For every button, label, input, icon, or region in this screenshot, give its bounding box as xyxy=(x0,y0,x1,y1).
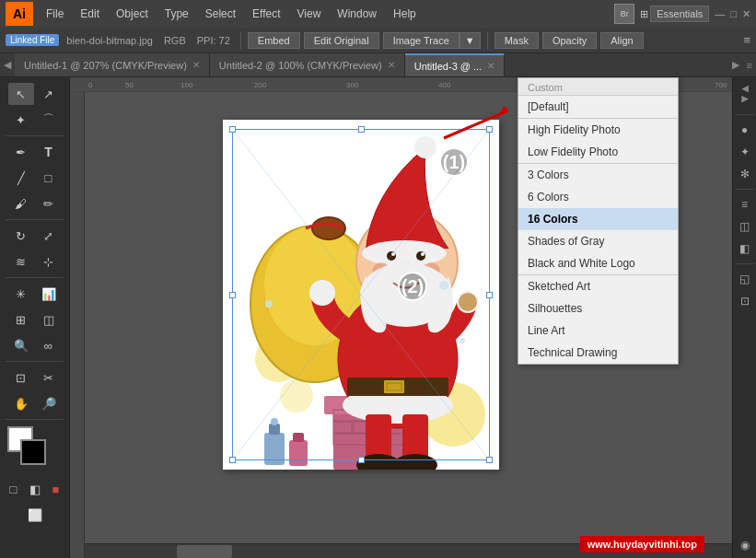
menu-select[interactable]: Select xyxy=(198,4,243,24)
rect-tool[interactable]: □ xyxy=(36,167,62,189)
gradient-tool[interactable]: ◫ xyxy=(36,308,62,331)
draw-behind-icon[interactable]: ◧ xyxy=(25,478,44,500)
right-panel-sep2 xyxy=(736,189,754,190)
panel-brushes[interactable]: ✦ xyxy=(736,143,754,161)
scrollbar-h-thumb[interactable] xyxy=(177,545,232,558)
menu-effect[interactable]: Effect xyxy=(245,4,287,24)
tab1-close[interactable]: ✕ xyxy=(192,60,200,70)
column-graph-tool[interactable]: 📊 xyxy=(36,283,62,305)
image-trace-dropdown-arrow[interactable]: ▼ xyxy=(459,32,481,49)
magic-wand-tool[interactable]: ✦ xyxy=(8,109,34,131)
dropdown-item-low-fidelity[interactable]: Low Fidelity Photo xyxy=(518,141,678,163)
handle-mr[interactable] xyxy=(486,292,493,298)
tool-row-7: ≋ ⊹ xyxy=(0,249,69,274)
direct-selection-tool[interactable]: ↗ xyxy=(36,83,62,105)
minimize-btn[interactable]: — xyxy=(715,8,725,19)
menu-file[interactable]: File xyxy=(39,4,71,24)
panel-toggle-icon[interactable]: ≡ xyxy=(743,33,750,47)
image-trace-button[interactable]: Image Trace xyxy=(383,32,459,49)
line-tool[interactable]: ╱ xyxy=(8,167,34,189)
panel-gradient[interactable]: ◫ xyxy=(736,217,754,236)
free-transform-tool[interactable]: ⊹ xyxy=(36,250,62,273)
mesh-tool[interactable]: ⊞ xyxy=(8,308,34,331)
eyedropper-tool[interactable]: 🔍 xyxy=(8,334,34,356)
panel-stroke[interactable]: ≡ xyxy=(736,195,754,214)
dropdown-item-sketched[interactable]: Sketched Art xyxy=(518,275,678,297)
panel-swatch[interactable]: ● xyxy=(736,121,754,139)
hand-tool[interactable]: ✋ xyxy=(8,392,34,414)
embed-button[interactable]: Embed xyxy=(248,32,300,49)
handle-bm[interactable] xyxy=(358,457,365,463)
zoom-tool[interactable]: 🔎 xyxy=(36,392,62,414)
menu-help[interactable]: Help xyxy=(386,4,424,24)
menu-window[interactable]: Window xyxy=(330,4,384,24)
dropdown-item-6colors[interactable]: 6 Colors xyxy=(518,186,678,208)
draw-normal-icon[interactable]: □ xyxy=(4,478,23,500)
panel-color-theme[interactable]: ◉ xyxy=(736,536,754,554)
handle-bl[interactable] xyxy=(229,457,236,463)
svg-marker-63 xyxy=(497,106,508,118)
panel-symbols[interactable]: ✻ xyxy=(736,165,754,183)
dropdown-item-16colors[interactable]: 16 Colors xyxy=(518,208,678,230)
menu-edit[interactable]: Edit xyxy=(73,4,107,24)
text-tool[interactable]: T xyxy=(36,141,62,163)
change-screen-mode[interactable]: ⬜ xyxy=(22,504,48,526)
panel-layers[interactable]: ◱ xyxy=(736,270,754,288)
dropdown-item-lineart[interactable]: Line Art xyxy=(518,320,678,342)
stroke-color[interactable] xyxy=(20,439,46,465)
svg-text:700: 700 xyxy=(715,81,727,89)
annotation-2: (2) xyxy=(398,272,427,301)
artboard-tool[interactable]: ⊡ xyxy=(8,366,34,389)
dropdown-item-high-fidelity[interactable]: High Fidelity Photo xyxy=(518,119,678,141)
edit-original-button[interactable]: Edit Original xyxy=(304,32,379,49)
opacity-button[interactable]: Opacity xyxy=(542,32,597,49)
right-panel-sep3 xyxy=(736,263,754,264)
dropdown-item-bw-logo[interactable]: Black and White Logo xyxy=(518,252,678,274)
pen-tool[interactable]: ✒ xyxy=(8,141,34,163)
panel-collapse-right[interactable]: ◀▶ xyxy=(739,81,750,109)
maximize-btn[interactable]: □ xyxy=(730,8,737,19)
scale-tool[interactable]: ⤢ xyxy=(36,225,62,247)
dropdown-item-default[interactable]: [Default] xyxy=(518,96,678,118)
panels-toggle[interactable]: ≡ xyxy=(743,53,756,76)
menu-object[interactable]: Object xyxy=(109,4,156,24)
tab2-close[interactable]: ✕ xyxy=(388,60,395,70)
blend-tool[interactable]: ∞ xyxy=(36,334,62,356)
menu-view[interactable]: View xyxy=(290,4,329,24)
tab3-close[interactable]: ✕ xyxy=(487,61,494,71)
tab-untitled3[interactable]: Untitled-3 @ ... ✕ xyxy=(405,53,506,76)
menu-type[interactable]: Type xyxy=(157,4,196,24)
dropdown-item-grayscale[interactable]: Shades of Gray xyxy=(518,230,678,252)
symbol-sprayer-tool[interactable]: ✳ xyxy=(8,283,34,305)
warp-tool[interactable]: ≋ xyxy=(8,250,34,273)
workspace-selector[interactable]: Essentials xyxy=(650,6,709,22)
selection-tool[interactable]: ↖ xyxy=(8,83,34,105)
tab-untitled1[interactable]: Untitled-1 @ 207% (CMYK/Preview) ✕ xyxy=(15,53,210,76)
lasso-tool[interactable]: ⌒ xyxy=(36,109,62,131)
dropdown-item-technical[interactable]: Technical Drawing xyxy=(518,342,678,364)
pencil-tool[interactable]: ✏ xyxy=(36,192,62,215)
close-btn[interactable]: ✕ xyxy=(742,8,750,20)
handle-br[interactable] xyxy=(486,457,493,463)
br-icon[interactable]: Br xyxy=(614,4,634,24)
mask-button[interactable]: Mask xyxy=(494,32,539,49)
handle-ml[interactable] xyxy=(229,292,236,298)
tool-row-4: ╱ □ xyxy=(0,165,69,191)
draw-inside-icon[interactable]: ■ xyxy=(46,478,65,500)
panel-transparency[interactable]: ◧ xyxy=(736,239,754,258)
tab-untitled2[interactable]: Untitled-2 @ 100% (CMYK/Preview) ✕ xyxy=(210,53,405,76)
sep3 xyxy=(6,277,64,278)
tabs-prev[interactable]: ◀ xyxy=(0,53,15,76)
slice-tool[interactable]: ✂ xyxy=(36,366,62,389)
handle-tm[interactable] xyxy=(358,126,365,133)
panel-artboards[interactable]: ⊡ xyxy=(736,292,754,310)
align-button[interactable]: Align xyxy=(600,32,643,49)
rotate-tool[interactable]: ↻ xyxy=(8,225,34,247)
handle-tl[interactable] xyxy=(229,126,236,133)
dropdown-item-silhouettes[interactable]: Silhouettes xyxy=(518,297,678,320)
dropdown-item-3colors[interactable]: 3 Colors xyxy=(518,164,678,186)
handle-tr[interactable] xyxy=(486,126,493,133)
tabs-next[interactable]: ▶ xyxy=(728,53,743,76)
paintbrush-tool[interactable]: 🖌 xyxy=(8,192,34,215)
svg-text:0: 0 xyxy=(88,81,93,89)
